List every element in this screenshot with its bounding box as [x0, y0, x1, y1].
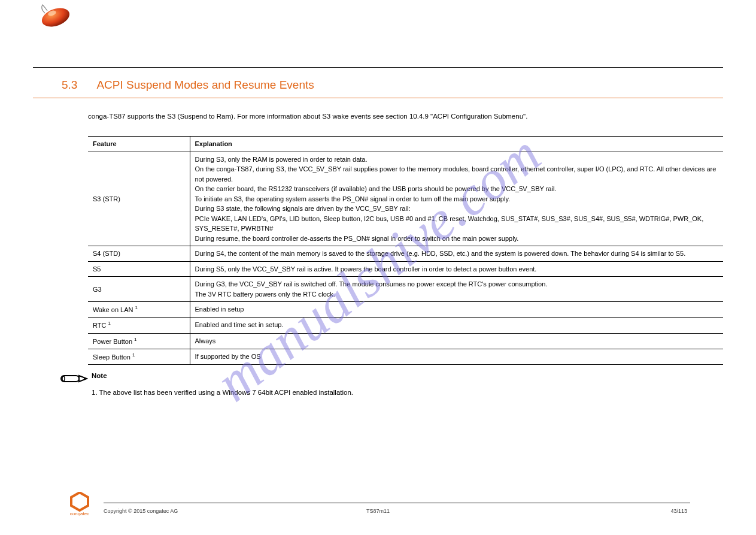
table-cell-feature: G3	[88, 277, 190, 302]
table-cell-feature: Sleep Button 1	[88, 349, 190, 364]
table-cell-feature: Wake on LAN 1	[88, 302, 190, 318]
table-header-explanation: Explanation	[190, 137, 723, 152]
page: (tip) 5.3ACPI Suspend Modes and Resume E…	[33, 0, 723, 535]
table-cell-explanation: During G3, the VCC_5V_SBY rail is switch…	[190, 277, 723, 302]
table-cell-explanation: Always	[190, 333, 723, 349]
table-cell-explanation: During S4, the content of the main memor…	[190, 246, 723, 262]
table-cell-feature: S4 (STD)	[88, 246, 190, 262]
congatec-logo-icon: congatec	[66, 492, 93, 518]
table-header-row: Feature Explanation	[88, 137, 723, 152]
table-row: S5During S5, only the VCC_5V_SBY rail is…	[88, 261, 723, 277]
svg-point-3	[62, 376, 65, 381]
svg-point-0	[40, 5, 72, 28]
table-header-feature: Feature	[88, 137, 190, 152]
pencil-icon	[59, 372, 92, 386]
table-cell-explanation: If supported by the OS	[190, 349, 723, 364]
table-cell-explanation: Enabled in setup	[190, 302, 723, 318]
table-cell-feature: S3 (STR)	[88, 152, 190, 246]
table-row: Power Button 1Always	[88, 333, 723, 349]
footer-copyright: Copyright © 2015 congatec AG	[104, 508, 178, 514]
footer-doc-id: TS87m11	[366, 508, 390, 514]
note-content: Note 1. The above list has been verified…	[92, 372, 353, 396]
feature-table: Feature Explanation S3 (STR)During S3, o…	[88, 136, 723, 365]
footer-page-number: 43/113	[670, 508, 687, 514]
table-cell-explanation: Enabled and time set in setup.	[190, 318, 723, 333]
mouse-icon	[39, 2, 72, 30]
intro-paragraph: conga-TS87 supports the S3 (Suspend to R…	[33, 98, 723, 122]
table-row: RTC 1Enabled and time set in setup.	[88, 318, 723, 333]
table-row: S3 (STR)During S3, only the RAM is power…	[88, 152, 723, 246]
note-label: Note	[92, 372, 353, 379]
section-title-text: ACPI Suspend Modes and Resume Events	[96, 78, 314, 91]
section-heading: 5.3ACPI Suspend Modes and Resume Events	[33, 68, 723, 98]
table-cell-explanation: During S5, only the VCC_5V_SBY rail is a…	[190, 261, 723, 277]
table-row: Sleep Button 1If supported by the OS	[88, 349, 723, 364]
note-body: 1. The above list has been verified usin…	[92, 379, 353, 396]
note-block: Note 1. The above list has been verified…	[33, 365, 723, 396]
svg-marker-5	[71, 492, 88, 510]
section-number: 5.3	[62, 78, 77, 91]
table-row: G3During G3, the VCC_5V_SBY rail is swit…	[88, 277, 723, 302]
table-cell-feature: S5	[88, 261, 190, 277]
table-row: S4 (STD)During S4, the content of the ma…	[88, 246, 723, 262]
table-cell-feature: RTC 1	[88, 318, 190, 333]
footer-rule	[104, 503, 690, 503]
svg-text:congatec: congatec	[70, 511, 89, 516]
page-header: (tip)	[33, 0, 723, 34]
tip-label: (tip)	[83, 4, 96, 12]
table-cell-explanation: During S3, only the RAM is powered in or…	[190, 152, 723, 246]
table-cell-feature: Power Button 1	[88, 333, 190, 349]
table-row: Wake on LAN 1Enabled in setup	[88, 302, 723, 318]
